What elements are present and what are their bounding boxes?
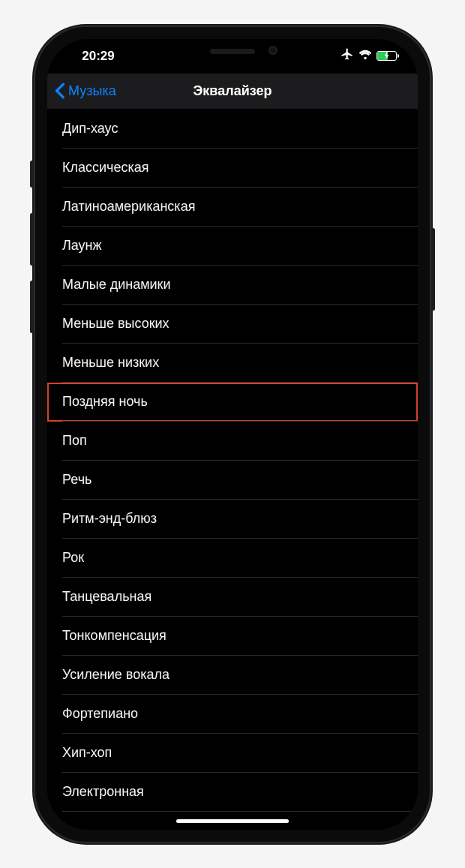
list-item[interactable]: Усиление вокала (47, 656, 418, 695)
list-item[interactable]: Поздняя ночь (47, 383, 418, 422)
list-item[interactable]: Речь (47, 461, 418, 500)
chevron-left-icon (55, 83, 65, 99)
list-item-label: Классическая (62, 160, 148, 176)
list-item[interactable]: Дип-хаус (47, 110, 418, 149)
wifi-icon (358, 49, 372, 64)
nav-bar: Музыка Эквалайзер (47, 74, 418, 110)
list-item-label: Усиление вокала (62, 667, 170, 683)
list-item[interactable]: Хип-хоп (47, 734, 418, 773)
back-label: Музыка (68, 83, 116, 99)
list-item[interactable]: Поп (47, 422, 418, 461)
list-item[interactable]: Меньше низких (47, 344, 418, 383)
list-item-label: Меньше высоких (62, 316, 170, 332)
battery-charging-icon (384, 52, 390, 61)
equalizer-list[interactable]: Дип-хаусКлассическаяЛатиноамериканскаяЛа… (47, 110, 418, 830)
back-button[interactable]: Музыка (47, 83, 116, 99)
list-item[interactable]: Танцевальная (47, 578, 418, 617)
list-item-label: Танцевальная (62, 589, 152, 605)
side-button-volume-down (30, 281, 34, 333)
list-item[interactable]: Малые динамики (47, 266, 418, 305)
list-item-label: Лаунж (62, 238, 102, 254)
list-item-label: Тонкомпенсация (62, 628, 166, 644)
list-item-label: Ритм-энд-блюз (62, 511, 157, 527)
list-item-label: Меньше низких (62, 355, 159, 371)
list-item-label: Фортепиано (62, 706, 138, 722)
list-item[interactable]: Латиноамериканская (47, 188, 418, 227)
status-right (340, 47, 397, 65)
list-item[interactable]: Меньше высоких (47, 305, 418, 344)
list-item-label: Речь (62, 472, 92, 488)
list-item-label: Электронная (62, 784, 144, 800)
battery-icon (376, 51, 397, 61)
list-item-label: Хип-хоп (62, 745, 112, 761)
phone-frame: 20:29 Муз (34, 26, 431, 843)
list-item-label: Поздняя ночь (62, 394, 148, 410)
list-item-label: Поп (62, 433, 87, 449)
list-item[interactable]: Тонкомпенсация (47, 617, 418, 656)
home-indicator[interactable] (176, 819, 289, 823)
list-item-label: Латиноамериканская (62, 199, 195, 215)
side-button-volume-up (30, 213, 34, 266)
side-button-power (431, 228, 435, 311)
list-item-label: Рок (62, 550, 84, 566)
airplane-icon (340, 47, 354, 65)
screen: 20:29 Муз (47, 39, 418, 830)
notch (146, 39, 319, 65)
list-item-label: Дип-хаус (62, 121, 118, 137)
list-item[interactable]: Фортепиано (47, 695, 418, 734)
list-item[interactable]: Ритм-энд-блюз (47, 500, 418, 539)
list-item[interactable]: Классическая (47, 149, 418, 188)
status-time: 20:29 (68, 49, 128, 64)
list-item[interactable]: Лаунж (47, 227, 418, 266)
speaker-grille (210, 49, 255, 54)
list-item[interactable]: Рок (47, 539, 418, 578)
list-item[interactable]: Электронная (47, 773, 418, 812)
front-camera (268, 46, 278, 55)
side-button-silent (30, 161, 34, 188)
list-item-label: Малые динамики (62, 277, 171, 293)
